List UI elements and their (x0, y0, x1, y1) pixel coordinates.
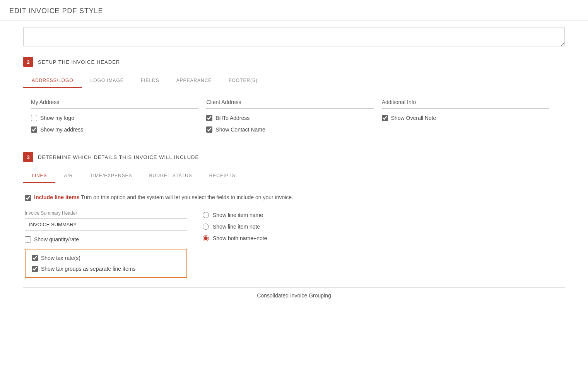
show-note-label: Show line item note (213, 224, 260, 230)
tab-appearance[interactable]: APPEARANCE (168, 74, 220, 88)
section3-number: 3 (23, 152, 33, 162)
lines-config-left: Invoice Summary Header Show quantity/rat… (25, 210, 187, 284)
top-textarea[interactable] (23, 27, 565, 46)
include-line-items-text: Include line items Turn on this option a… (34, 194, 293, 200)
tab-lines[interactable]: LINES (23, 169, 55, 183)
show-note-radio[interactable] (203, 224, 209, 230)
section2-number: 2 (23, 57, 33, 67)
main-content: 2 SETUP THE INVOICE HEADER ADDRESS/LOGO … (0, 21, 588, 314)
show-both-row: Show both name+note (203, 235, 563, 241)
summary-header-input[interactable] (25, 218, 187, 231)
contact-name-label: Show Contact Name (215, 126, 265, 133)
show-logo-row: Show my logo (31, 115, 198, 121)
section2-header: 2 SETUP THE INVOICE HEADER (23, 57, 565, 67)
show-logo-checkbox[interactable] (31, 115, 37, 121)
section3-header: 3 DETERMINE WHICH DETAILS THIS INVOICE W… (23, 152, 565, 162)
summary-header-label: Invoice Summary Header (25, 210, 187, 216)
include-line-items-row: Include line items Turn on this option a… (23, 194, 565, 201)
section3-tab-bar: LINES A/R TIME/EXPENSES BUDGET STATUS RE… (23, 169, 565, 183)
client-address-title: Client Address (206, 99, 374, 109)
show-both-radio[interactable] (203, 235, 209, 241)
show-tax-groups-row: Show tax groups as separate line items (32, 266, 180, 272)
show-tax-rate-label: Show tax rate(s) (41, 255, 80, 261)
section2-title: SETUP THE INVOICE HEADER (38, 59, 120, 65)
tax-box: Show tax rate(s) Show tax groups as sepa… (25, 249, 187, 278)
tab-time-expenses[interactable]: TIME/EXPENSES (81, 169, 140, 183)
show-tax-rate-checkbox[interactable] (32, 255, 38, 261)
overall-note-checkbox[interactable] (382, 115, 388, 121)
tab-fields[interactable]: FIELDS (132, 74, 168, 88)
lines-config-right: Show line item name Show line item note … (203, 210, 563, 284)
tab-logo-image[interactable]: LOGO IMAGE (82, 74, 132, 88)
section3-title: DETERMINE WHICH DETAILS THIS INVOICE WIL… (38, 154, 199, 160)
include-line-items-desc: Turn on this option and the system will … (81, 194, 293, 200)
include-line-items-label: Include line items (34, 194, 79, 200)
show-address-checkbox[interactable] (31, 126, 37, 133)
page-wrapper: EDIT INVOICE PDF STYLE 2 SETUP THE INVOI… (0, 0, 588, 386)
tab-footers[interactable]: FOOTER(S) (220, 74, 266, 88)
contact-name-row: Show Contact Name (206, 126, 374, 133)
consolidated-header: Consolidated Invoice Grouping (23, 287, 565, 299)
include-line-items-checkbox[interactable] (25, 195, 31, 201)
show-name-row: Show line item name (203, 212, 563, 218)
show-note-row: Show line item note (203, 224, 563, 230)
page-title: EDIT INVOICE PDF STYLE (0, 0, 588, 21)
address-logo-content: My Address Show my logo Show my address … (23, 99, 565, 138)
tab-budget-status[interactable]: BUDGET STATUS (141, 169, 201, 183)
show-name-radio[interactable] (203, 212, 209, 218)
tab-receipts[interactable]: RECEIPTS (201, 169, 244, 183)
section3-wrapper: 3 DETERMINE WHICH DETAILS THIS INVOICE W… (23, 152, 565, 299)
tab-address-logo[interactable]: ADDRESS/LOGO (23, 74, 82, 88)
overall-note-label: Show Overall Note (391, 115, 436, 121)
show-qty-checkbox[interactable] (25, 236, 31, 243)
section2-tab-bar: ADDRESS/LOGO LOGO IMAGE FIELDS APPEARANC… (23, 74, 565, 88)
show-address-label: Show my address (40, 126, 83, 133)
additional-info-col: Additional Info Show Overall Note (382, 99, 557, 138)
lines-config: Invoice Summary Header Show quantity/rat… (23, 210, 565, 284)
show-tax-groups-label: Show tax groups as separate line items (41, 266, 135, 272)
show-tax-rate-row: Show tax rate(s) (32, 255, 180, 261)
contact-name-checkbox[interactable] (206, 126, 212, 133)
bill-to-row: BillTo Address (206, 115, 374, 121)
show-qty-label: Show quantity/rate (34, 236, 79, 243)
my-address-col: My Address Show my logo Show my address (31, 99, 206, 138)
show-both-label: Show both name+note (213, 235, 267, 241)
tab-ar[interactable]: A/R (55, 169, 81, 183)
bill-to-checkbox[interactable] (206, 115, 212, 121)
additional-info-title: Additional Info (382, 99, 549, 109)
bill-to-label: BillTo Address (215, 115, 250, 121)
my-address-title: My Address (31, 99, 198, 109)
overall-note-row: Show Overall Note (382, 115, 549, 121)
show-logo-label: Show my logo (40, 115, 74, 121)
show-name-label: Show line item name (213, 212, 263, 218)
client-address-col: Client Address BillTo Address Show Conta… (206, 99, 381, 138)
show-address-row: Show my address (31, 126, 198, 133)
show-qty-row: Show quantity/rate (25, 236, 187, 243)
show-tax-groups-checkbox[interactable] (32, 266, 38, 272)
